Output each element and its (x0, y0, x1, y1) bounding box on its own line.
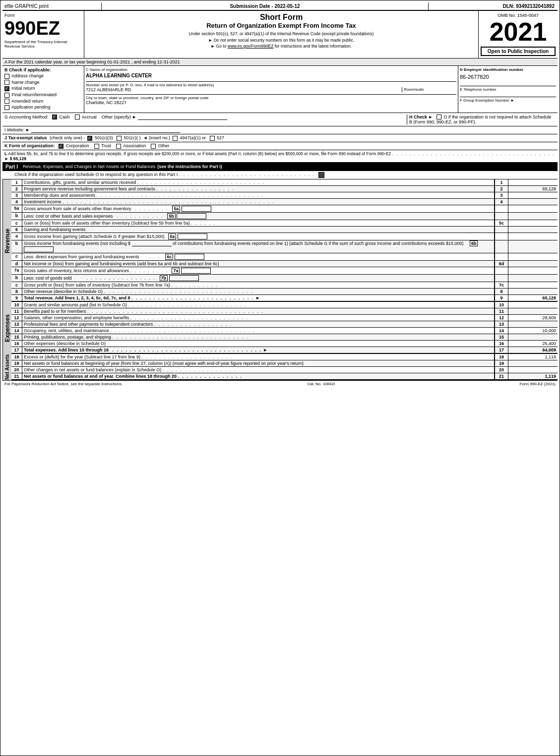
check-label: B Check if applicable: (4, 67, 82, 72)
table-row: 5a Gross amount from sale of assets othe… (11, 205, 558, 213)
open-public: Open to Public Inspection (481, 47, 556, 56)
org-address-label: Number and street (or P. O. box, if mail… (86, 83, 456, 87)
year: 2021 (481, 19, 556, 45)
schedule-o-row: Check if the organization used Schedule … (2, 171, 558, 179)
table-row: 11 Benefits paid to or for members . . .… (11, 308, 558, 315)
accrual-checkbox[interactable]: Accrual (75, 115, 98, 119)
table-row: 1 Contributions, gifts, grants, and simi… (11, 179, 558, 186)
c-other-checkbox[interactable]: 501(c)( ) (117, 135, 141, 140)
revenue-section: Revenue 1 Contributions, gifts, grants, … (2, 179, 558, 302)
name-change-checkbox[interactable]: Name change (4, 80, 82, 85)
net-assets-rows: 18 Excess or (deficit) for the year (Sub… (11, 354, 558, 380)
table-row: 20 Other changes in net assets or fund b… (11, 367, 558, 373)
footer: For Paperwork Reduction Act Notice, see … (2, 380, 558, 387)
accounting-row: G Accounting Method: Cash Accrual Other … (2, 113, 558, 127)
table-row: 10 Grants and similar amounts paid (list… (11, 302, 558, 308)
check-applicable-col: B Check if applicable: Address change Na… (2, 66, 84, 113)
trust-checkbox[interactable]: Trust (94, 143, 112, 148)
group-label: F Group Exemption Number ► (460, 98, 556, 103)
room-label: Room/suite (404, 87, 456, 92)
table-row: b Less: cost of goods sold . . . . . . .… (11, 275, 558, 282)
paperwork-notice: For Paperwork Reduction Act Notice, see … (4, 382, 123, 386)
ein-col: D Employer identification number 86-2677… (458, 66, 558, 113)
form-under: Under section 501(c), 527, or 4947(a)(1)… (88, 31, 474, 36)
table-row: 8 Other revenue (describe in Schedule O)… (11, 289, 558, 295)
table-row: 13 Professional fees and other payments … (11, 321, 558, 328)
corporation-checkbox[interactable]: Corporation (59, 143, 89, 148)
c3-checkbox[interactable]: 501(c)(3) (87, 135, 113, 140)
table-row: 3 Membership dues and assessments . . . … (11, 192, 558, 199)
submission-date: Submission Date - 2022-05-12 (102, 2, 429, 10)
form-title: Short Form (88, 13, 474, 22)
application-pending-checkbox[interactable]: Application pending (4, 105, 82, 110)
table-row: c Gain or (loss) from sale of assets oth… (11, 220, 558, 227)
dept-label: Department of the Treasury Internal Reve… (4, 40, 82, 49)
org-name: ALPHA LEARNING CENTER (86, 73, 456, 78)
final-return-checkbox[interactable]: Final return/terminated (4, 92, 82, 98)
efile-text: efile GRAPHIC print (4, 3, 49, 9)
table-row: c Less: direct expenses from gaming and … (11, 253, 558, 261)
table-row: b Gross income from fundraising events (… (11, 240, 558, 253)
table-row: 21 Net assets or fund balances at end of… (11, 373, 558, 380)
form-note2: ► Go to www.irs.gov/Form990EZ for instru… (88, 44, 474, 49)
ein-label: D Employer identification number (460, 67, 556, 72)
c4947-checkbox[interactable]: 4947(a)(1) or (173, 135, 206, 140)
table-row: 12 Salaries, other compensation, and emp… (11, 315, 558, 321)
form-org-row: K Form of organization: Corporation Trus… (2, 142, 558, 150)
org-name-col: C Name of organization ALPHA LEARNING CE… (84, 66, 458, 113)
expenses-label: Expenses (2, 302, 11, 354)
omb-area: OMB No. 1545-0047 2021 Open to Public In… (478, 11, 558, 58)
ein: 86-2677820 (460, 74, 556, 80)
initial-return-checkbox[interactable]: Initial return (4, 86, 82, 91)
part1-header: Part I Revenue, Expenses, and Changes in… (2, 163, 558, 171)
phone-label: E Telephone number (460, 87, 556, 92)
c527-checkbox[interactable]: 527 (210, 135, 225, 140)
form-note1: ► Do not enter social security numbers o… (88, 38, 474, 43)
table-row: 4 Investment income . . . . . . . . . . … (11, 199, 558, 205)
table-row: 16 Other expenses (describe in Schedule … (11, 341, 558, 347)
revenue-label: Revenue (2, 179, 11, 302)
form-dept: Form 990EZ Department of the Treasury In… (2, 11, 84, 58)
accounting-left: G Accounting Method: Cash Accrual Other … (4, 115, 407, 125)
other-org-checkbox[interactable]: Other (151, 143, 169, 148)
part-l-row: L Add lines 5b, 6c, and 7b to line 9 to … (2, 150, 558, 163)
table-row: 9 Total revenue. Add lines 1, 2, 3, 4, 5… (11, 295, 558, 302)
net-assets-section: Net Assets 18 Excess or (deficit) for th… (2, 354, 558, 380)
table-row: 17 Total expenses. Add lines 10 through … (11, 347, 558, 354)
form-footer-label: Form 990-EZ (2021) (520, 382, 556, 386)
form-title-area: Short Form Return of Organization Exempt… (84, 11, 478, 58)
city-label: City or town, state or province, country… (86, 96, 456, 100)
table-row: 14 Occupancy, rent, utilities, and maint… (11, 328, 558, 334)
revenue-rows: 1 Contributions, gifts, grants, and simi… (11, 179, 558, 302)
form-subtitle: Return of Organization Exempt From Incom… (88, 22, 474, 29)
org-city: Charlotte, NC 28227 (86, 100, 456, 105)
table-row: 19 Net assets or fund balances at beginn… (11, 360, 558, 367)
address-change-checkbox[interactable]: Address change (4, 73, 82, 79)
table-row: 2 Program service revenue including gove… (11, 186, 558, 192)
table-row: c Gross profit or (loss) from sales of i… (11, 282, 558, 289)
efile-label: efile GRAPHIC print (2, 2, 102, 10)
association-checkbox[interactable]: Association (116, 143, 146, 148)
section-a: A For the 2021 calendar year, or tax yea… (2, 58, 558, 66)
cash-checkbox[interactable]: Cash (52, 115, 71, 119)
table-row: 15 Printing, publications, postage, and … (11, 334, 558, 341)
tax-status-row: J Tax-exempt status (check only one) - 5… (2, 134, 558, 142)
table-row: b Less: cost or other basis and sales ex… (11, 213, 558, 220)
table-row: d Net income or (loss) from gaming and f… (11, 261, 558, 267)
cat-number: Cat. No. 10642I (307, 382, 335, 386)
table-row: 6 Gaming and fundraising events (11, 227, 558, 233)
dln: DLN: 93492132041892 (429, 2, 558, 10)
table-row: a Gross income from gaming (attach Sched… (11, 233, 558, 240)
expenses-section: Expenses 10 Grants and similar amounts p… (2, 302, 558, 354)
org-name-label: C Name of organization (86, 67, 456, 72)
expenses-rows: 10 Grants and similar amounts paid (list… (11, 302, 558, 354)
org-address: 7212 ALBEMARLE RD (86, 87, 402, 92)
table-row: 7a Gross sales of inventory, less return… (11, 267, 558, 275)
h-check: H Check ► O if the organization is not r… (407, 115, 556, 125)
form-number: 990EZ (4, 19, 82, 38)
net-assets-label: Net Assets (2, 354, 11, 380)
table-row: 18 Excess or (deficit) for the year (Sub… (11, 354, 558, 360)
form-page: efile GRAPHIC print Submission Date - 20… (0, 0, 560, 756)
website-row: I Website: ► (2, 126, 558, 134)
amended-return-checkbox[interactable]: Amended return (4, 99, 82, 104)
